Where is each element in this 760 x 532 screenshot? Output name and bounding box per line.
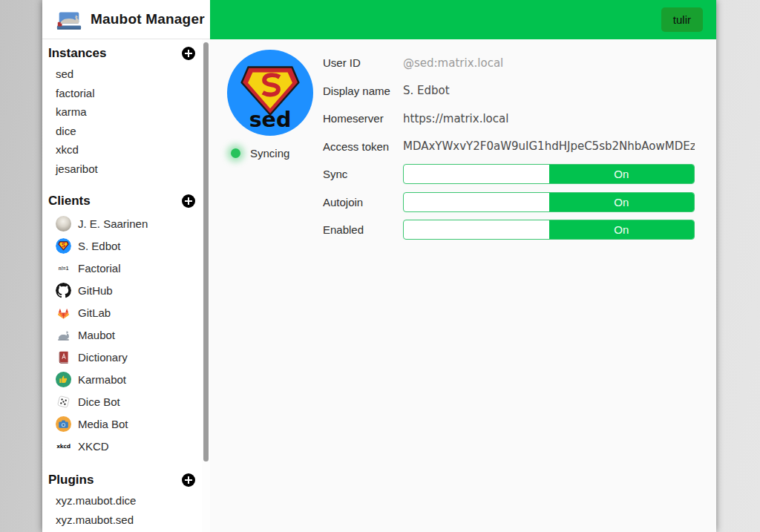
add-instance-button[interactable] bbox=[182, 47, 195, 60]
toggle-row-autojoin: Autojoin On bbox=[323, 188, 695, 217]
sync-status-text: Syncing bbox=[250, 147, 289, 160]
app-content: Instances sed factorial karma dice xkcd … bbox=[42, 39, 716, 532]
sidebar-item-plugin-sed[interactable]: xyz.maubot.sed bbox=[48, 510, 210, 530]
client-label: Media Bot bbox=[78, 418, 128, 430]
field-row-user-id: User ID @sed:matrix.local bbox=[323, 49, 695, 77]
maubot-cat-icon bbox=[56, 327, 71, 343]
instances-section-title: Instances bbox=[48, 46, 106, 61]
access-token-label: Access token bbox=[323, 140, 403, 153]
client-label: Karmabot bbox=[78, 373, 126, 386]
client-label: Dictionary bbox=[78, 351, 128, 364]
avatar-name-text: sed bbox=[249, 108, 292, 132]
plugins-section-header: Plugins bbox=[48, 467, 210, 491]
app-header-brand: Maubot Manager bbox=[42, 0, 210, 39]
sidebar-item-instance-sed[interactable]: sed bbox=[48, 65, 210, 84]
display-name-label: Display name bbox=[323, 85, 403, 97]
display-name-value[interactable]: S. Edbot bbox=[403, 84, 695, 97]
client-label: Factorial bbox=[78, 262, 121, 275]
enabled-toggle-label: Enabled bbox=[323, 223, 403, 236]
sidebar-item-instance-dice[interactable]: dice bbox=[48, 122, 210, 141]
instance-detail-panel: sed Syncing User ID @sed:matrix.local Di… bbox=[210, 39, 716, 532]
field-row-display-name: Display name S. Edbot bbox=[323, 77, 695, 105]
client-label: GitHub bbox=[78, 284, 113, 297]
sidebar-item-client-gitlab[interactable]: GitLab bbox=[48, 301, 210, 324]
app-header-bar: tulir bbox=[210, 0, 716, 39]
sidebar-item-instance-xkcd[interactable]: xkcd bbox=[48, 140, 210, 160]
sidebar-item-client-dicebot[interactable]: Dice Bot bbox=[48, 390, 210, 413]
user-menu-button[interactable]: tulir bbox=[661, 7, 703, 32]
xkcd-logo-icon: xkcd bbox=[56, 439, 71, 454]
sidebar-item-client-karmabot[interactable]: Karmabot bbox=[48, 368, 210, 390]
sync-status: Syncing bbox=[226, 147, 323, 160]
homeserver-value[interactable]: https://matrix.local bbox=[403, 112, 695, 125]
client-label: J. E. Saarinen bbox=[78, 217, 148, 230]
instances-section-header: Instances bbox=[48, 41, 210, 65]
add-client-button[interactable] bbox=[182, 194, 195, 208]
app-title: Maubot Manager bbox=[91, 11, 205, 27]
thumbs-up-icon bbox=[56, 372, 71, 387]
clients-section-title: Clients bbox=[48, 194, 91, 208]
sync-toggle-on-half[interactable]: On bbox=[549, 165, 695, 183]
instance-avatar: sed bbox=[226, 49, 314, 137]
sidebar-item-client-mediabot[interactable]: Media Bot bbox=[48, 413, 210, 435]
gitlab-icon bbox=[56, 305, 71, 321]
avatar-column: sed Syncing bbox=[226, 49, 323, 532]
client-label: XKCD bbox=[78, 440, 109, 453]
sidebar-item-client-saarinen[interactable]: J. E. Saarinen bbox=[48, 212, 210, 234]
user-id-label: User ID bbox=[323, 56, 403, 69]
sidebar-item-client-factorial[interactable]: n!=1 Factorial bbox=[48, 257, 210, 279]
sidebar-item-client-sedbot[interactable]: S. Edbot bbox=[48, 234, 210, 257]
autojoin-toggle-label: Autojoin bbox=[323, 196, 403, 208]
sidebar-item-client-dictionary[interactable]: Dictionary bbox=[48, 346, 210, 368]
field-row-access-token: Access token MDAxYWxvY2F0aW9uIG1hdHJpeC5… bbox=[323, 133, 695, 161]
sync-toggle-label: Sync bbox=[323, 168, 403, 180]
client-label: Maubot bbox=[78, 329, 115, 341]
autojoin-toggle-off-half[interactable] bbox=[404, 193, 549, 211]
sync-toggle[interactable]: On bbox=[403, 164, 695, 184]
person-photo-icon bbox=[56, 216, 71, 231]
sync-toggle-off-half[interactable] bbox=[404, 165, 549, 183]
homeserver-label: Homeserver bbox=[323, 112, 403, 125]
sidebar-item-plugin-dice[interactable]: xyz.maubot.dice bbox=[48, 491, 210, 510]
field-row-homeserver: Homeserver https://matrix.local bbox=[323, 105, 695, 133]
sidebar-item-client-github[interactable]: GitHub bbox=[48, 279, 210, 301]
maubot-logo-icon bbox=[55, 7, 83, 32]
sidebar-item-instance-factorial[interactable]: factorial bbox=[48, 84, 210, 103]
app-header: Maubot Manager tulir bbox=[42, 0, 716, 39]
github-icon bbox=[56, 283, 71, 298]
client-label: Dice Bot bbox=[78, 395, 120, 408]
sidebar-scrollbar-track[interactable] bbox=[202, 39, 210, 532]
factorial-formula-icon: n!=1 bbox=[56, 260, 71, 276]
sidebar-item-instance-jesaribot[interactable]: jesaribot bbox=[48, 160, 210, 179]
toggle-row-sync: Sync On bbox=[323, 160, 695, 188]
sidebar: Instances sed factorial karma dice xkcd … bbox=[42, 39, 210, 532]
access-token-value[interactable]: MDAxYWxvY2F0aW9uIG1hdHJpeC5sb2NhbAowMDEz… bbox=[403, 139, 695, 153]
client-label: S. Edbot bbox=[78, 240, 121, 252]
sidebar-scrollbar-thumb[interactable] bbox=[203, 42, 209, 462]
dice-icon bbox=[56, 394, 71, 410]
superman-shield-icon bbox=[56, 238, 71, 254]
plugins-section-title: Plugins bbox=[48, 473, 94, 487]
enabled-toggle-on-half[interactable]: On bbox=[549, 220, 695, 239]
clients-section-header: Clients bbox=[48, 188, 210, 212]
client-label: GitLab bbox=[78, 306, 111, 319]
enabled-toggle-off-half[interactable] bbox=[404, 220, 549, 239]
enabled-toggle[interactable]: On bbox=[403, 220, 695, 240]
dictionary-book-icon bbox=[56, 349, 71, 365]
autojoin-toggle-on-half[interactable]: On bbox=[549, 193, 695, 211]
sidebar-item-instance-karma[interactable]: karma bbox=[48, 102, 210, 122]
camera-icon bbox=[56, 416, 71, 432]
app-window: Maubot Manager tulir Instances sed facto… bbox=[42, 0, 716, 532]
sidebar-item-client-maubot[interactable]: Maubot bbox=[48, 324, 210, 346]
autojoin-toggle[interactable]: On bbox=[403, 192, 695, 212]
sync-status-dot-icon bbox=[231, 148, 240, 158]
add-plugin-button[interactable] bbox=[182, 473, 195, 487]
user-id-value[interactable]: @sed:matrix.local bbox=[403, 56, 695, 70]
sidebar-item-client-xkcd[interactable]: xkcd XKCD bbox=[48, 435, 210, 457]
toggle-row-enabled: Enabled On bbox=[323, 216, 695, 244]
instance-fields: User ID @sed:matrix.local Display name S… bbox=[323, 49, 695, 532]
